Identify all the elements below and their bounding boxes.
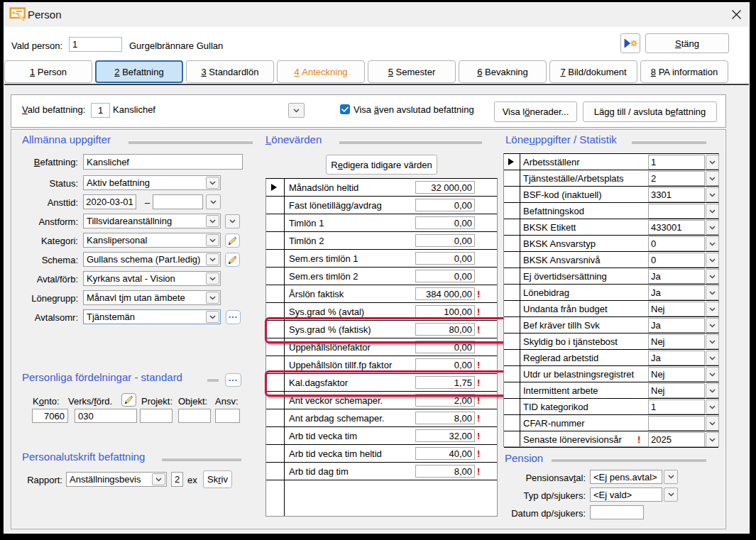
pensionsavtal-input[interactable]: <Ej pens.avtal> [590, 470, 662, 484]
salary-row-value[interactable]: 0,00 [415, 216, 475, 229]
rapport-dropdown[interactable] [152, 473, 165, 485]
vald-person-input[interactable]: 1 [69, 37, 122, 52]
salary-row-value[interactable]: 40,00 [415, 447, 475, 460]
avtalsomr-more-button[interactable]: ... [226, 310, 241, 324]
status-dropdown[interactable] [206, 177, 219, 189]
typ-dp-dropdown[interactable] [664, 487, 678, 502]
stats-row-value[interactable]: Nej [648, 367, 705, 382]
anstform-combo[interactable]: Tillsvidareanställning [83, 214, 221, 228]
projekt-input[interactable] [140, 409, 172, 423]
fordelning-more-button[interactable]: ... [225, 373, 241, 387]
stats-row-dropdown[interactable] [706, 187, 719, 202]
stats-row-dropdown[interactable] [706, 253, 719, 268]
tab-pa-information[interactable]: 8 PA information [640, 60, 728, 83]
stats-row-value[interactable]: 2 [648, 171, 705, 186]
stats-row-dropdown[interactable] [706, 236, 719, 251]
stats-row-value[interactable]: Ja [648, 285, 705, 300]
verksford-input[interactable]: 030 [75, 409, 137, 423]
stats-row-dropdown[interactable] [706, 269, 719, 284]
stats-row-dropdown[interactable] [706, 155, 719, 170]
stats-row-dropdown[interactable] [706, 400, 719, 414]
salary-row-value[interactable]: 100,00 [415, 305, 475, 318]
stats-row-dropdown[interactable] [706, 318, 719, 333]
stats-row-value[interactable]: 1 [648, 400, 705, 414]
salary-row-value[interactable]: 0,00 [415, 234, 475, 247]
anstform-dropdown[interactable] [206, 215, 219, 227]
stats-row-dropdown[interactable] [706, 432, 719, 447]
salary-row-value[interactable]: 32 000,00 [415, 181, 475, 194]
avtalforb-dropdown[interactable] [206, 272, 219, 285]
schema-dropdown[interactable] [206, 253, 219, 265]
vald-befattning-dropdown[interactable] [288, 103, 305, 118]
stats-row-dropdown[interactable] [706, 334, 719, 349]
verksford-edit-button[interactable] [121, 393, 136, 407]
datum-dp-input[interactable] [590, 505, 644, 519]
salary-row-value[interactable]: 0,00 [415, 270, 475, 282]
vald-befattning-input[interactable]: 1 [91, 103, 110, 118]
objekt-input[interactable] [178, 409, 211, 423]
tab-standardl-n[interactable]: 3 Standardlön [186, 60, 274, 83]
rapport-combo[interactable]: Anställningsbevis [66, 472, 167, 487]
avtalsomr-dropdown[interactable] [206, 311, 219, 323]
stats-row-value[interactable]: Nej [648, 334, 705, 349]
tab-befattning[interactable]: 2 Befattning [95, 60, 183, 83]
tab-bild-dokument[interactable]: 7 Bild/dokument [549, 60, 637, 83]
lonegrupp-combo[interactable]: Månavl tjm utan ämbete [83, 290, 221, 305]
tab-person[interactable]: 1 Person [4, 60, 92, 83]
salary-row-value[interactable]: 0,00 [415, 252, 475, 265]
salary-row-value[interactable]: 32,00 [415, 429, 475, 442]
ansttid-dropdown[interactable] [206, 194, 221, 209]
ansttid-from-input[interactable]: 2020-03-01 [83, 194, 136, 209]
anstform-extra-dropdown[interactable] [225, 214, 240, 228]
status-combo[interactable]: Aktiv befattning [83, 175, 221, 190]
visa-avslutad-checkbox[interactable] [340, 104, 350, 114]
stats-row-dropdown[interactable] [706, 416, 719, 431]
stats-row-value[interactable]: 3301 [648, 187, 705, 202]
stats-row-dropdown[interactable] [706, 351, 719, 365]
salary-row-value[interactable]: 8,00 [415, 412, 475, 424]
stats-row-value[interactable]: 2025 [648, 432, 705, 447]
salary-row-value[interactable]: 8,00 [415, 465, 475, 478]
stats-row-value[interactable] [648, 416, 705, 431]
schema-edit-button[interactable] [225, 253, 240, 267]
stats-row-value[interactable]: 0 [648, 236, 705, 251]
tab-anteckning[interactable]: 4 Anteckning [277, 60, 365, 83]
stats-row-dropdown[interactable] [706, 367, 719, 382]
ansttid-to-input[interactable] [153, 194, 203, 209]
stats-row-value[interactable]: Ja [648, 318, 705, 333]
stats-row-dropdown[interactable] [706, 220, 719, 235]
tab-bevakning[interactable]: 6 Bevakning [459, 60, 547, 83]
stats-row-dropdown[interactable] [706, 204, 719, 219]
stats-row-value[interactable]: 0 [648, 253, 705, 268]
stats-row-value[interactable]: Ja [648, 351, 705, 365]
stats-row-value[interactable]: Nej [648, 383, 705, 398]
kategori-combo[interactable]: Kanslipersonal [83, 233, 221, 248]
stats-row-dropdown[interactable] [706, 383, 719, 398]
stats-row-value[interactable]: 433001 [648, 220, 705, 235]
kategori-dropdown[interactable] [206, 234, 219, 246]
stats-row-dropdown[interactable] [706, 302, 719, 316]
konto-input[interactable]: 7060 [32, 409, 68, 423]
close-window-button[interactable]: Stäng [645, 33, 729, 53]
salary-row-value[interactable]: 0,00 [415, 199, 475, 211]
lonegrupp-dropdown[interactable] [206, 292, 219, 304]
skriv-button[interactable]: Skriv [203, 470, 232, 488]
pensionsavtal-dropdown[interactable] [664, 470, 678, 484]
stats-row-dropdown[interactable] [706, 285, 719, 300]
stats-row-value[interactable]: 1 [648, 155, 705, 170]
stats-row-value[interactable]: Ja [648, 269, 705, 284]
stats-row-value[interactable]: Nej [648, 302, 705, 316]
redigera-button[interactable]: Redigera tidigare värden [326, 155, 437, 175]
tab-semester[interactable]: 5 Semester [368, 60, 456, 83]
ansv-input[interactable] [215, 409, 240, 423]
lagg-till-button[interactable]: Lägg till / avsluta befattning [583, 101, 717, 122]
typ-dp-input[interactable]: <Ej vald> [590, 487, 662, 502]
copies-input[interactable]: 2 [171, 472, 183, 487]
salary-row-value[interactable]: 0,00 [415, 358, 475, 371]
kategori-edit-button[interactable] [225, 233, 240, 248]
close-button[interactable] [727, 5, 745, 23]
stats-row-dropdown[interactable] [706, 171, 719, 186]
stats-row-value[interactable] [648, 204, 705, 219]
run-button[interactable] [620, 33, 640, 53]
salary-row-value[interactable]: 384 000,00 [415, 287, 475, 300]
